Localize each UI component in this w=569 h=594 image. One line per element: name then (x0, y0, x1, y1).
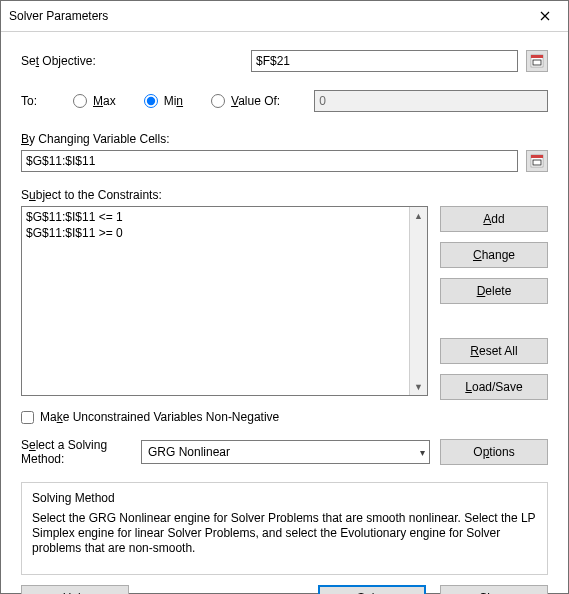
svg-rect-4 (531, 155, 543, 158)
solver-parameters-dialog: Solver Parameters Set Objective: (0, 0, 569, 594)
add-button[interactable]: Add (440, 206, 548, 232)
objective-direction-group: Max Min Value Of: (73, 94, 280, 108)
solving-method-select[interactable]: GRG Nonlinear ▾ (141, 440, 430, 464)
scroll-up-icon[interactable]: ▲ (410, 207, 427, 224)
options-button[interactable]: Options (440, 439, 548, 465)
close-button[interactable]: Close (440, 585, 548, 594)
radio-max[interactable]: Max (73, 94, 116, 108)
constraints-scrollbar[interactable]: ▲ ▼ (409, 207, 427, 395)
close-icon[interactable] (522, 1, 568, 31)
change-button[interactable]: Change (440, 242, 548, 268)
changing-cells-range-picker-button[interactable] (526, 150, 548, 172)
changing-cells-input[interactable] (21, 150, 518, 172)
dialog-body: Set Objective: To: Max (1, 32, 568, 594)
svg-rect-1 (531, 55, 543, 58)
delete-button[interactable]: Delete (440, 278, 548, 304)
set-objective-input[interactable] (251, 50, 518, 72)
radio-max-input[interactable] (73, 94, 87, 108)
scroll-down-icon[interactable]: ▼ (410, 378, 427, 395)
unconstrained-nonnegative-checkbox[interactable]: Make Unconstrained Variables Non-Negativ… (21, 410, 548, 424)
changing-cells-label: By Changing Variable Cells: (21, 132, 548, 146)
radio-min[interactable]: Min (144, 94, 183, 108)
reset-all-button[interactable]: Reset All (440, 338, 548, 364)
to-label: To: (21, 94, 69, 108)
radio-value-of[interactable]: Value Of: (211, 94, 280, 108)
radio-min-input[interactable] (144, 94, 158, 108)
set-objective-label: Set Objective: (21, 54, 251, 68)
solving-method-value: GRG Nonlinear (148, 445, 230, 459)
load-save-button[interactable]: Load/Save (440, 374, 548, 400)
unconstrained-nonnegative-input[interactable] (21, 411, 34, 424)
chevron-down-icon: ▾ (420, 447, 425, 458)
objective-range-picker-button[interactable] (526, 50, 548, 72)
radio-value-of-input[interactable] (211, 94, 225, 108)
select-method-label: Select a Solving Method: (21, 438, 131, 466)
constraints-content: $G$11:$I$11 <= 1 $G$11:$I$11 >= 0 (22, 207, 409, 395)
value-of-input (314, 90, 548, 112)
constraints-listbox[interactable]: $G$11:$I$11 <= 1 $G$11:$I$11 >= 0 ▲ ▼ (21, 206, 428, 396)
info-text: Select the GRG Nonlinear engine for Solv… (32, 511, 537, 556)
solving-method-info: Solving Method Select the GRG Nonlinear … (21, 482, 548, 575)
constraints-label: Subject to the Constraints: (21, 188, 548, 202)
window-title: Solver Parameters (9, 9, 108, 23)
info-title: Solving Method (32, 491, 537, 505)
titlebar: Solver Parameters (1, 1, 568, 32)
help-button[interactable]: Help (21, 585, 129, 594)
solve-button[interactable]: Solve (318, 585, 426, 594)
